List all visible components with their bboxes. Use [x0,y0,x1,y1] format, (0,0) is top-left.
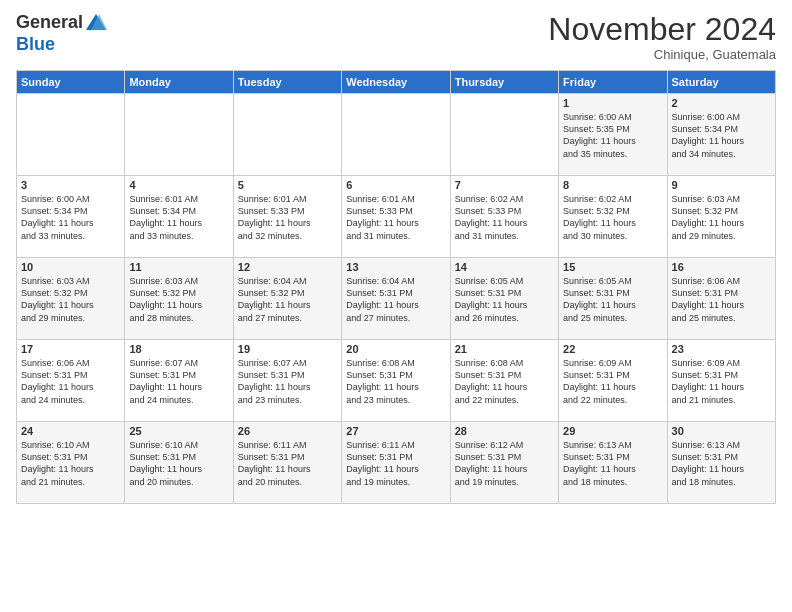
day-number: 10 [21,261,120,273]
calendar-cell: 15Sunrise: 6:05 AMSunset: 5:31 PMDayligh… [559,258,667,340]
day-info: Sunrise: 6:02 AMSunset: 5:33 PMDaylight:… [455,193,554,242]
calendar-cell: 24Sunrise: 6:10 AMSunset: 5:31 PMDayligh… [17,422,125,504]
day-info: Sunrise: 6:06 AMSunset: 5:31 PMDaylight:… [21,357,120,406]
day-number: 30 [672,425,771,437]
calendar-cell [125,94,233,176]
weekday-header: Friday [559,71,667,94]
day-info: Sunrise: 6:08 AMSunset: 5:31 PMDaylight:… [455,357,554,406]
weekday-header: Thursday [450,71,558,94]
weekday-header: Saturday [667,71,775,94]
calendar-cell: 28Sunrise: 6:12 AMSunset: 5:31 PMDayligh… [450,422,558,504]
day-info: Sunrise: 6:01 AMSunset: 5:33 PMDaylight:… [346,193,445,242]
day-info: Sunrise: 6:00 AMSunset: 5:34 PMDaylight:… [21,193,120,242]
calendar-week-row: 10Sunrise: 6:03 AMSunset: 5:32 PMDayligh… [17,258,776,340]
day-number: 2 [672,97,771,109]
day-info: Sunrise: 6:09 AMSunset: 5:31 PMDaylight:… [563,357,662,406]
day-number: 7 [455,179,554,191]
day-number: 25 [129,425,228,437]
calendar-cell: 23Sunrise: 6:09 AMSunset: 5:31 PMDayligh… [667,340,775,422]
weekday-header: Sunday [17,71,125,94]
calendar-cell: 29Sunrise: 6:13 AMSunset: 5:31 PMDayligh… [559,422,667,504]
calendar-cell: 4Sunrise: 6:01 AMSunset: 5:34 PMDaylight… [125,176,233,258]
day-info: Sunrise: 6:13 AMSunset: 5:31 PMDaylight:… [672,439,771,488]
day-number: 14 [455,261,554,273]
day-number: 29 [563,425,662,437]
day-info: Sunrise: 6:01 AMSunset: 5:33 PMDaylight:… [238,193,337,242]
day-info: Sunrise: 6:12 AMSunset: 5:31 PMDaylight:… [455,439,554,488]
calendar-cell: 18Sunrise: 6:07 AMSunset: 5:31 PMDayligh… [125,340,233,422]
calendar-cell: 14Sunrise: 6:05 AMSunset: 5:31 PMDayligh… [450,258,558,340]
day-info: Sunrise: 6:08 AMSunset: 5:31 PMDaylight:… [346,357,445,406]
calendar-cell: 26Sunrise: 6:11 AMSunset: 5:31 PMDayligh… [233,422,341,504]
day-info: Sunrise: 6:11 AMSunset: 5:31 PMDaylight:… [238,439,337,488]
calendar-cell: 5Sunrise: 6:01 AMSunset: 5:33 PMDaylight… [233,176,341,258]
day-info: Sunrise: 6:03 AMSunset: 5:32 PMDaylight:… [672,193,771,242]
day-number: 23 [672,343,771,355]
logo-blue-text: Blue [16,34,55,54]
calendar-week-row: 17Sunrise: 6:06 AMSunset: 5:31 PMDayligh… [17,340,776,422]
day-number: 27 [346,425,445,437]
weekday-header: Tuesday [233,71,341,94]
day-number: 18 [129,343,228,355]
day-info: Sunrise: 6:04 AMSunset: 5:32 PMDaylight:… [238,275,337,324]
day-info: Sunrise: 6:07 AMSunset: 5:31 PMDaylight:… [238,357,337,406]
day-number: 1 [563,97,662,109]
day-number: 3 [21,179,120,191]
calendar-cell: 16Sunrise: 6:06 AMSunset: 5:31 PMDayligh… [667,258,775,340]
calendar-week-row: 3Sunrise: 6:00 AMSunset: 5:34 PMDaylight… [17,176,776,258]
calendar-week-row: 24Sunrise: 6:10 AMSunset: 5:31 PMDayligh… [17,422,776,504]
calendar-cell: 1Sunrise: 6:00 AMSunset: 5:35 PMDaylight… [559,94,667,176]
calendar-cell: 20Sunrise: 6:08 AMSunset: 5:31 PMDayligh… [342,340,450,422]
calendar-cell: 6Sunrise: 6:01 AMSunset: 5:33 PMDaylight… [342,176,450,258]
day-info: Sunrise: 6:03 AMSunset: 5:32 PMDaylight:… [129,275,228,324]
day-number: 4 [129,179,228,191]
day-number: 5 [238,179,337,191]
page: General Blue November 2024 Chinique, Gua… [0,0,792,512]
calendar-cell: 3Sunrise: 6:00 AMSunset: 5:34 PMDaylight… [17,176,125,258]
day-info: Sunrise: 6:10 AMSunset: 5:31 PMDaylight:… [21,439,120,488]
day-info: Sunrise: 6:03 AMSunset: 5:32 PMDaylight:… [21,275,120,324]
calendar-cell [450,94,558,176]
calendar-cell: 11Sunrise: 6:03 AMSunset: 5:32 PMDayligh… [125,258,233,340]
day-number: 12 [238,261,337,273]
calendar-cell: 17Sunrise: 6:06 AMSunset: 5:31 PMDayligh… [17,340,125,422]
calendar-cell: 2Sunrise: 6:00 AMSunset: 5:34 PMDaylight… [667,94,775,176]
calendar-cell [342,94,450,176]
calendar-cell [17,94,125,176]
day-info: Sunrise: 6:02 AMSunset: 5:32 PMDaylight:… [563,193,662,242]
day-info: Sunrise: 6:11 AMSunset: 5:31 PMDaylight:… [346,439,445,488]
calendar-cell [233,94,341,176]
calendar-cell: 12Sunrise: 6:04 AMSunset: 5:32 PMDayligh… [233,258,341,340]
weekday-header: Wednesday [342,71,450,94]
calendar-cell: 30Sunrise: 6:13 AMSunset: 5:31 PMDayligh… [667,422,775,504]
day-info: Sunrise: 6:00 AMSunset: 5:34 PMDaylight:… [672,111,771,160]
calendar-cell: 21Sunrise: 6:08 AMSunset: 5:31 PMDayligh… [450,340,558,422]
day-info: Sunrise: 6:07 AMSunset: 5:31 PMDaylight:… [129,357,228,406]
calendar-cell: 8Sunrise: 6:02 AMSunset: 5:32 PMDaylight… [559,176,667,258]
calendar-cell: 9Sunrise: 6:03 AMSunset: 5:32 PMDaylight… [667,176,775,258]
calendar-cell: 27Sunrise: 6:11 AMSunset: 5:31 PMDayligh… [342,422,450,504]
day-number: 28 [455,425,554,437]
title-block: November 2024 Chinique, Guatemala [548,12,776,62]
month-title: November 2024 [548,12,776,47]
day-info: Sunrise: 6:10 AMSunset: 5:31 PMDaylight:… [129,439,228,488]
logo: General Blue [16,12,107,55]
day-info: Sunrise: 6:09 AMSunset: 5:31 PMDaylight:… [672,357,771,406]
calendar-cell: 19Sunrise: 6:07 AMSunset: 5:31 PMDayligh… [233,340,341,422]
day-number: 22 [563,343,662,355]
day-info: Sunrise: 6:13 AMSunset: 5:31 PMDaylight:… [563,439,662,488]
calendar-cell: 22Sunrise: 6:09 AMSunset: 5:31 PMDayligh… [559,340,667,422]
calendar-week-row: 1Sunrise: 6:00 AMSunset: 5:35 PMDaylight… [17,94,776,176]
day-number: 19 [238,343,337,355]
logo-icon [85,12,107,34]
location: Chinique, Guatemala [548,47,776,62]
calendar-cell: 7Sunrise: 6:02 AMSunset: 5:33 PMDaylight… [450,176,558,258]
day-number: 8 [563,179,662,191]
day-info: Sunrise: 6:00 AMSunset: 5:35 PMDaylight:… [563,111,662,160]
header: General Blue November 2024 Chinique, Gua… [16,12,776,62]
day-number: 9 [672,179,771,191]
day-number: 21 [455,343,554,355]
day-info: Sunrise: 6:05 AMSunset: 5:31 PMDaylight:… [563,275,662,324]
calendar-body: 1Sunrise: 6:00 AMSunset: 5:35 PMDaylight… [17,94,776,504]
day-number: 15 [563,261,662,273]
